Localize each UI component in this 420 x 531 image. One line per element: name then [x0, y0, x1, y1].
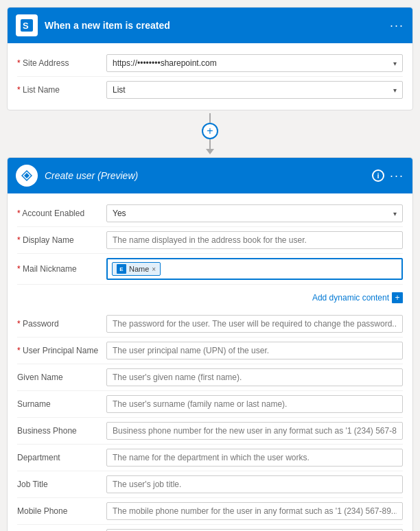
add-dynamic-label: Add dynamic content — [312, 293, 389, 303]
user-principal-name-row: User Principal Name — [17, 338, 403, 364]
connector-line-top — [209, 113, 211, 123]
account-enabled-text: Yes — [113, 209, 126, 218]
surname-input[interactable] — [106, 395, 403, 413]
department-input[interactable] — [106, 449, 403, 467]
business-phone-row: Business Phone — [17, 418, 403, 445]
mobile-phone-label: Mobile Phone — [17, 506, 106, 516]
add-action-button[interactable]: + — [202, 123, 218, 139]
site-address-text: https://••••••••sharepoint.com — [113, 58, 217, 68]
dynamic-content-value: Add dynamic content + — [17, 292, 403, 303]
password-value[interactable] — [106, 315, 403, 333]
given-name-input[interactable] — [106, 368, 403, 386]
mobile-phone-input[interactable] — [106, 502, 403, 520]
sharepoint-icon: S — [16, 14, 38, 36]
given-name-label: Given Name — [17, 373, 106, 382]
action-form-body: Account Enabled Yes ▾ Display Name Mail … — [8, 193, 412, 531]
add-dynamic-plus-icon: + — [392, 292, 403, 303]
mobile-phone-row: Mobile Phone — [17, 498, 403, 525]
info-button[interactable]: i — [372, 169, 384, 182]
site-address-chevron: ▾ — [393, 60, 397, 67]
action-title-text: Create user — [45, 170, 95, 181]
add-dynamic-content-button[interactable]: Add dynamic content + — [312, 292, 403, 303]
trigger-title: When a new item is created — [45, 20, 383, 31]
mobile-phone-value[interactable] — [106, 502, 403, 520]
list-name-text: List — [113, 85, 126, 95]
list-name-label: List Name — [17, 85, 106, 95]
job-title-input[interactable] — [106, 475, 403, 493]
account-enabled-label: Account Enabled — [17, 209, 106, 218]
trigger-card: S When a new item is created ··· Site Ad… — [7, 7, 413, 110]
office-location-row: Office Location — [17, 525, 403, 531]
trigger-form-body: Site Address https://••••••••sharepoint.… — [8, 43, 412, 110]
password-input[interactable] — [106, 315, 403, 333]
user-principal-name-label: User Principal Name — [17, 346, 106, 355]
connector-arrow — [206, 149, 214, 154]
svg-text:S: S — [23, 21, 29, 31]
account-enabled-value[interactable]: Yes ▾ — [106, 204, 403, 222]
account-enabled-select[interactable]: Yes ▾ — [106, 204, 403, 222]
tag-office-icon: E — [117, 264, 126, 274]
job-title-row: Job Title — [17, 471, 403, 498]
given-name-row: Given Name — [17, 364, 403, 391]
job-title-value[interactable] — [106, 475, 403, 493]
password-label: Password — [17, 319, 106, 329]
list-name-select[interactable]: List ▾ — [106, 81, 403, 99]
site-address-value[interactable]: https://••••••••sharepoint.com ▾ — [106, 54, 403, 72]
job-title-label: Job Title — [17, 480, 106, 489]
department-label: Department — [17, 453, 106, 462]
trigger-menu-dots[interactable]: ··· — [390, 19, 404, 33]
list-name-value[interactable]: List ▾ — [106, 81, 403, 99]
department-value[interactable] — [106, 449, 403, 467]
trigger-header: S When a new item is created ··· — [8, 8, 412, 43]
tag-close-button[interactable]: × — [152, 266, 156, 273]
surname-label: Surname — [17, 399, 106, 409]
list-name-chevron: ▾ — [393, 86, 397, 94]
surname-row: Surname — [17, 391, 403, 418]
mail-nickname-row: Mail Nickname E Name × — [17, 254, 403, 285]
site-address-select[interactable]: https://••••••••sharepoint.com ▾ — [106, 54, 403, 72]
action-preview-label: (Preview) — [95, 170, 138, 181]
list-name-row: List Name List ▾ — [17, 77, 403, 103]
tag-label: Name — [129, 265, 149, 273]
azure-ad-icon — [16, 165, 38, 187]
info-label: i — [377, 172, 379, 180]
display-name-label: Display Name — [17, 235, 106, 245]
surname-value[interactable] — [106, 395, 403, 413]
mail-nickname-label: Mail Nickname — [17, 264, 106, 274]
action-menu-dots[interactable]: ··· — [390, 169, 404, 183]
mail-nickname-tag-input[interactable]: E Name × — [106, 258, 403, 280]
connector-line-bottom — [209, 139, 211, 149]
account-enabled-chevron: ▾ — [393, 210, 397, 217]
action-header-icons: i ··· — [372, 169, 404, 183]
action-header: Create user (Preview) i ··· — [8, 158, 412, 193]
sharepoint-svg: S — [19, 18, 34, 33]
display-name-row: Display Name — [17, 227, 403, 254]
plus-symbol: + — [207, 125, 213, 137]
action-title: Create user (Preview) — [45, 170, 365, 181]
page-wrapper: S When a new item is created ··· Site Ad… — [0, 0, 420, 531]
display-name-value[interactable] — [106, 231, 403, 249]
user-principal-name-input[interactable] — [106, 342, 403, 359]
site-address-label: Site Address — [17, 58, 106, 68]
business-phone-value[interactable] — [106, 422, 403, 440]
name-tag: E Name × — [112, 262, 161, 276]
password-row: Password — [17, 311, 403, 338]
given-name-value[interactable] — [106, 368, 403, 386]
dynamic-content-row: Add dynamic content + — [17, 285, 403, 311]
site-address-row: Site Address https://••••••••sharepoint.… — [17, 50, 403, 77]
mail-nickname-value[interactable]: E Name × — [106, 258, 403, 280]
account-enabled-row: Account Enabled Yes ▾ — [17, 200, 403, 227]
business-phone-label: Business Phone — [17, 426, 106, 436]
business-phone-input[interactable] — [106, 422, 403, 440]
action-card: Create user (Preview) i ··· Account Enab… — [7, 157, 413, 531]
display-name-input[interactable] — [106, 231, 403, 249]
department-row: Department — [17, 445, 403, 471]
azure-ad-svg — [20, 169, 34, 182]
connector: + — [7, 110, 413, 157]
user-principal-name-value[interactable] — [106, 342, 403, 359]
